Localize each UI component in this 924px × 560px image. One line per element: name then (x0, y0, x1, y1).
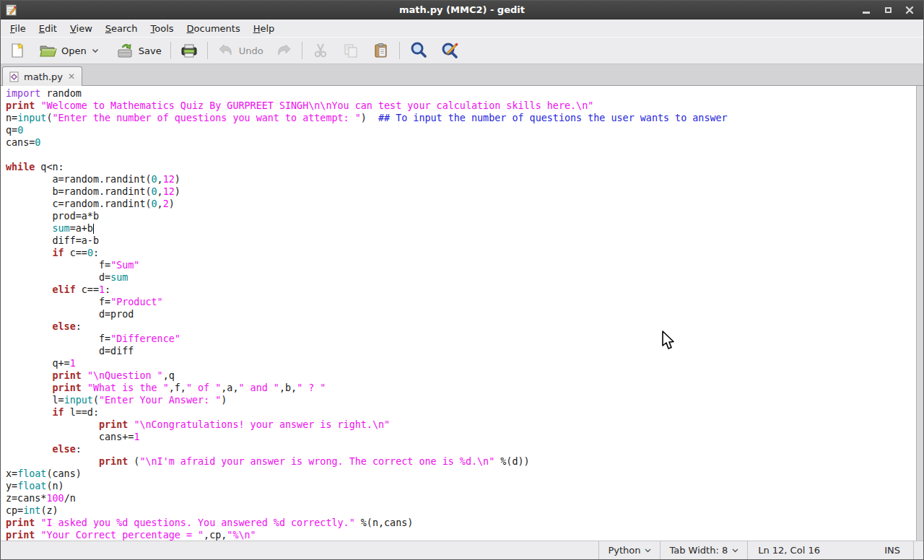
minimize-button[interactable] (861, 5, 871, 15)
code-line: sum=a+b (6, 222, 916, 235)
open-folder-icon (39, 42, 58, 59)
redo-button[interactable] (271, 40, 297, 61)
gedit-window: math.py (MMC2) - gedit File Edit View Se… (0, 0, 924, 560)
code-line: d=prod (6, 308, 916, 320)
tab-close-icon[interactable]: ✕ (67, 72, 76, 81)
tab-bar: math.py ✕ (1, 64, 923, 86)
paste-clipboard-icon (372, 42, 391, 59)
open-button[interactable]: Open (35, 40, 103, 61)
paste-button[interactable] (368, 40, 394, 61)
code-line: diff=a-b (6, 235, 916, 247)
code-line: print "\nCongratulations! your answer is… (6, 419, 916, 431)
mouse-cursor (661, 331, 677, 351)
language-mode-label: Python (608, 545, 640, 556)
redo-icon (274, 42, 293, 59)
tab-width-dropdown[interactable]: Tab Width: 8 (660, 541, 747, 559)
new-document-button[interactable] (5, 40, 30, 61)
menu-documents[interactable]: Documents (180, 21, 247, 36)
chevron-down-icon (732, 548, 738, 553)
code-line: else: (6, 443, 916, 455)
close-icon (905, 6, 914, 14)
chevron-down-icon (645, 548, 651, 553)
open-dropdown-chevron-icon (92, 48, 99, 53)
search-icon (409, 41, 429, 60)
code-line: else: (6, 320, 916, 333)
vertical-scrollbar[interactable] (916, 86, 923, 541)
code-line: elif c==1: (6, 284, 916, 296)
code-line: print ("\nI'm afraid your answer is wron… (6, 455, 916, 468)
menu-tools[interactable]: Tools (144, 21, 180, 36)
code-line: q=0 (6, 124, 916, 136)
tab-width-label: Tab Width: 8 (669, 545, 728, 556)
code-line: print "What is the ",f," of ",a," and ",… (6, 382, 916, 394)
minimize-icon (863, 12, 870, 14)
tab-label: math.py (24, 71, 63, 82)
tab-math-py[interactable]: math.py ✕ (2, 66, 82, 86)
code-line: print "Your Correct percentage = ",cp,"%… (6, 529, 916, 541)
open-button-label: Open (61, 45, 87, 56)
window-title: math.py (MMC2) - gedit (1, 4, 923, 15)
menu-edit[interactable]: Edit (32, 21, 64, 36)
code-line: if c==0: (6, 247, 916, 259)
text-editor[interactable]: import randomprint "Welcome to Mathemati… (1, 86, 916, 541)
toolbar-separator (207, 42, 208, 59)
find-replace-icon (440, 41, 461, 60)
print-button[interactable] (176, 40, 202, 61)
gedit-app-icon (5, 4, 18, 17)
close-button[interactable] (905, 5, 915, 15)
copy-icon (341, 42, 360, 59)
code-line: f="Difference" (6, 333, 916, 345)
menu-search[interactable]: Search (99, 21, 144, 36)
replace-button[interactable] (437, 39, 464, 62)
undo-button[interactable] (213, 40, 239, 61)
code-line: f="Product" (6, 296, 916, 308)
copy-button[interactable] (338, 40, 364, 61)
code-line: print "I asked you %d questions. You ans… (6, 517, 916, 529)
code-line: q+=1 (6, 357, 916, 369)
code-line: l=input("Enter Your Answer: ") (6, 394, 916, 406)
code-line: print "\nQuestion ",q (6, 369, 916, 382)
code-line: c=random.randint(0,2) (6, 198, 916, 210)
print-icon (180, 42, 199, 59)
toolbar: Open Save (1, 37, 923, 64)
menu-view[interactable]: View (64, 21, 99, 36)
insert-mode-indicator: INS (884, 545, 913, 556)
code-line: y=float(n) (6, 480, 916, 492)
toolbar-separator (399, 42, 400, 59)
menu-file[interactable]: File (4, 21, 32, 36)
code-line: while q<n: (6, 161, 916, 173)
toolbar-separator (302, 42, 302, 59)
status-bar: Python Tab Width: 8 Ln 12, Col 16 INS (1, 541, 923, 559)
code-line: d=sum (6, 271, 916, 284)
toolbar-separator (170, 42, 171, 59)
menu-bar: File Edit View Search Tools Documents He… (1, 19, 923, 37)
language-mode-dropdown[interactable]: Python (598, 541, 660, 559)
code-line: import random (6, 87, 916, 100)
file-icon (9, 71, 19, 82)
code-line: cans+=1 (6, 431, 916, 443)
code-line: prod=a*b (6, 210, 916, 222)
save-button-label: Save (139, 45, 162, 56)
maximize-button[interactable] (883, 5, 893, 15)
find-button[interactable] (405, 39, 432, 62)
title-bar[interactable]: math.py (MMC2) - gedit (1, 1, 923, 19)
code-line: f="Sum" (6, 259, 916, 271)
code-line (6, 149, 916, 161)
cut-scissors-icon (311, 42, 330, 59)
menu-help[interactable]: Help (247, 21, 282, 36)
cut-button[interactable] (308, 40, 334, 61)
code-line: cans=0 (6, 136, 916, 149)
save-button[interactable]: Save (113, 40, 165, 61)
maximize-icon (885, 7, 892, 13)
cursor-position-indicator: Ln 12, Col 16 (747, 541, 855, 559)
editor-area: import randomprint "Welcome to Mathemati… (1, 86, 923, 541)
resize-grip[interactable] (913, 541, 923, 559)
code-line: print "Welcome to Mathematics Quiz By GU… (6, 100, 916, 112)
code-line: n=input("Enter the number of questions y… (6, 112, 916, 124)
save-icon (116, 42, 135, 59)
code-line: cp=int(z) (6, 504, 916, 517)
code-line: z=cans*100/n (6, 492, 916, 504)
undo-icon (217, 42, 235, 59)
text-cursor (93, 224, 94, 234)
code-line: b=random.randint(0,12) (6, 185, 916, 198)
